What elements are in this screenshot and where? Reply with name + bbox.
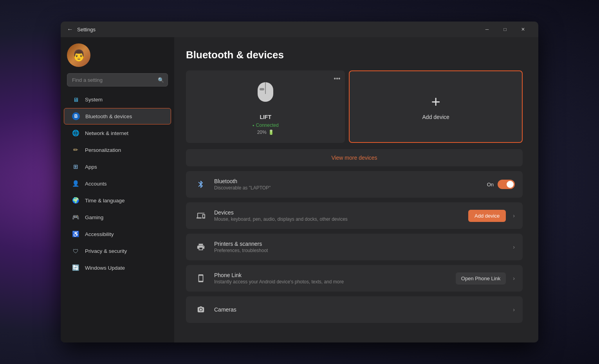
- cameras-chevron: ›: [513, 306, 515, 313]
- sidebar-item-system[interactable]: 🖥 System: [64, 91, 171, 108]
- sidebar-item-label-accessibility: Accessibility: [85, 231, 114, 237]
- phone-link-setting-text: Phone Link Instantly access your Android…: [214, 272, 456, 285]
- apps-icon: ⊞: [72, 163, 79, 171]
- sidebar-item-time[interactable]: 🌍 Time & language: [64, 192, 171, 209]
- device-card-lift: ••• LIFT Connected 20% 🔋: [186, 70, 345, 143]
- sidebar-item-label-personalization: Personalization: [85, 147, 121, 153]
- search-input[interactable]: [67, 73, 168, 86]
- close-button[interactable]: ✕: [514, 23, 532, 36]
- bluetooth-setting-row: Bluetooth Discoverable as "LAPTOP" On: [186, 171, 523, 198]
- printers-right: ›: [513, 244, 515, 250]
- bluetooth-setting-icon: [194, 177, 208, 191]
- battery-icon: 🔋: [268, 130, 274, 135]
- search-icon: 🔍: [158, 77, 164, 83]
- device-cards: ••• LIFT Connected 20% 🔋: [186, 70, 523, 143]
- avatar-section: 👨: [61, 43, 174, 73]
- sidebar-item-accounts[interactable]: 👤 Accounts: [64, 175, 171, 192]
- bluetooth-icon: B: [72, 112, 80, 120]
- sidebar-item-label-privacy: Privacy & security: [85, 248, 127, 254]
- sidebar-item-privacy[interactable]: 🛡 Privacy & security: [64, 243, 171, 259]
- avatar-emoji: 👨: [72, 49, 86, 62]
- sidebar-item-label-time: Time & language: [85, 198, 125, 204]
- mouse-icon: [256, 78, 275, 110]
- bluetooth-toggle[interactable]: [498, 180, 515, 189]
- sidebar-item-accessibility[interactable]: ♿ Accessibility: [64, 226, 171, 242]
- printers-setting-row[interactable]: Printers & scanners Preferences, trouble…: [186, 234, 523, 260]
- cameras-setting-row[interactable]: Cameras ›: [186, 296, 523, 323]
- sidebar-item-bluetooth[interactable]: B Bluetooth & devices: [64, 108, 171, 124]
- sidebar-item-personalization[interactable]: ✏ Personalization: [64, 142, 171, 158]
- back-button[interactable]: ←: [67, 26, 73, 33]
- add-device-card[interactable]: + Add device: [349, 70, 523, 143]
- sidebar-item-label-update: Windows Update: [85, 265, 125, 271]
- avatar[interactable]: 👨: [67, 43, 90, 67]
- page-title: Bluetooth & devices: [186, 49, 523, 61]
- bluetooth-subtitle: Discoverable as "LAPTOP": [214, 185, 487, 191]
- devices-right: Add device ›: [468, 210, 515, 222]
- time-icon: 🌍: [72, 196, 79, 204]
- device-more-button[interactable]: •••: [334, 75, 341, 82]
- devices-chevron: ›: [513, 213, 515, 219]
- sidebar-item-update[interactable]: 🔄 Windows Update: [64, 259, 171, 276]
- titlebar: ← Settings ─ □ ✕: [61, 22, 538, 37]
- accessibility-icon: ♿: [72, 230, 79, 238]
- network-icon: 🌐: [72, 129, 79, 137]
- settings-window: ← Settings ─ □ ✕ 👨 🔍 🖥 System: [61, 22, 538, 342]
- device-name: LIFT: [260, 114, 271, 120]
- cameras-right: ›: [513, 306, 515, 313]
- phone-link-setting-row[interactable]: Phone Link Instantly access your Android…: [186, 265, 523, 292]
- phone-link-chevron: ›: [513, 275, 515, 281]
- devices-setting-group: Devices Mouse, keyboard, pen, audio, dis…: [186, 202, 523, 229]
- printers-title: Printers & scanners: [214, 241, 513, 247]
- bluetooth-title: Bluetooth: [214, 178, 487, 184]
- content-area: Bluetooth & devices ••• LIFT Connected: [174, 37, 538, 342]
- devices-title: Devices: [214, 209, 468, 216]
- add-device-label: Add device: [422, 114, 449, 120]
- main-content: 👨 🔍 🖥 System B Bluetooth & devices 🌐 Net…: [61, 37, 538, 342]
- search-box: 🔍: [67, 73, 168, 86]
- printers-chevron: ›: [513, 244, 515, 250]
- phone-link-subtitle: Instantly access your Android device's p…: [214, 279, 456, 285]
- sidebar-item-label-gaming: Gaming: [85, 214, 103, 220]
- bluetooth-setting-text: Bluetooth Discoverable as "LAPTOP": [214, 178, 487, 191]
- sidebar-item-network[interactable]: 🌐 Network & internet: [64, 125, 171, 141]
- cameras-setting-text: Cameras: [214, 306, 513, 313]
- sidebar-item-apps[interactable]: ⊞ Apps: [64, 159, 171, 175]
- printers-subtitle: Preferences, troubleshoot: [214, 248, 513, 253]
- accounts-icon: 👤: [72, 180, 79, 187]
- system-icon: 🖥: [72, 96, 79, 103]
- printers-icon: [194, 240, 208, 254]
- update-icon: 🔄: [72, 264, 79, 272]
- view-more-text: View more devices: [331, 155, 377, 161]
- device-status: Connected: [253, 123, 279, 128]
- devices-setting-row[interactable]: Devices Mouse, keyboard, pen, audio, dis…: [186, 202, 523, 229]
- bluetooth-toggle-section: On: [487, 180, 515, 189]
- device-battery: 20% 🔋: [257, 130, 274, 135]
- bluetooth-setting-group: Bluetooth Discoverable as "LAPTOP" On: [186, 171, 523, 198]
- phone-link-setting-group: Phone Link Instantly access your Android…: [186, 265, 523, 292]
- sidebar-item-label-bluetooth: Bluetooth & devices: [85, 114, 132, 119]
- sidebar-item-gaming[interactable]: 🎮 Gaming: [64, 209, 171, 225]
- phone-link-title: Phone Link: [214, 272, 456, 278]
- window-controls: ─ □ ✕: [478, 23, 532, 36]
- cameras-icon: [194, 303, 208, 317]
- phone-link-icon: [194, 271, 208, 285]
- minimize-button[interactable]: ─: [478, 23, 496, 36]
- sidebar-item-label-accounts: Accounts: [85, 181, 107, 187]
- open-phone-link-button[interactable]: Open Phone Link: [456, 272, 506, 285]
- add-plus-icon: +: [431, 93, 440, 111]
- sidebar-item-label-system: System: [85, 97, 103, 103]
- sidebar: 👨 🔍 🖥 System B Bluetooth & devices 🌐 Net…: [61, 37, 174, 342]
- add-device-button[interactable]: Add device: [468, 210, 506, 222]
- privacy-icon: 🛡: [72, 247, 79, 255]
- cameras-title: Cameras: [214, 306, 513, 313]
- view-more-row[interactable]: View more devices: [186, 149, 523, 166]
- cameras-setting-group: Cameras ›: [186, 296, 523, 323]
- printers-setting-text: Printers & scanners Preferences, trouble…: [214, 241, 513, 253]
- titlebar-title: Settings: [77, 27, 96, 32]
- sidebar-item-label-network: Network & internet: [85, 130, 128, 136]
- svg-rect-2: [260, 88, 264, 90]
- maximize-button[interactable]: □: [496, 23, 514, 36]
- personalization-icon: ✏: [72, 146, 79, 154]
- devices-icon: [194, 209, 208, 223]
